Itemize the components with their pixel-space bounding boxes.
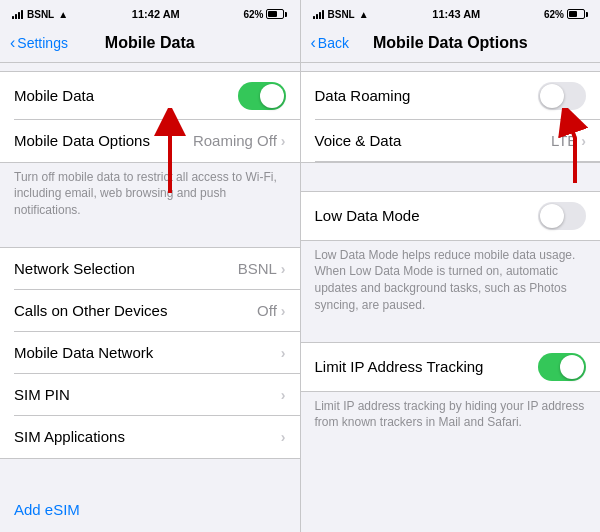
- mobile-data-toggle[interactable]: [238, 82, 286, 110]
- back-label-2: Back: [318, 35, 349, 51]
- sim-apps-label: SIM Applications: [14, 428, 281, 445]
- battery-pct-2: 62%: [544, 9, 564, 20]
- back-button-2[interactable]: ‹ Back: [311, 35, 349, 51]
- back-label-1: Settings: [17, 35, 68, 51]
- mobile-data-options-row[interactable]: Mobile Data Options Roaming Off ›: [0, 120, 300, 162]
- group-s2-2: Low Data Mode: [301, 191, 601, 241]
- network-selection-value: BSNL: [238, 260, 277, 277]
- add-esim-button[interactable]: Add eSIM: [0, 487, 300, 532]
- calls-other-devices-row[interactable]: Calls on Other Devices Off ›: [0, 290, 300, 332]
- back-button-1[interactable]: ‹ Settings: [10, 35, 68, 51]
- nav-title-1: Mobile Data: [105, 34, 195, 52]
- low-data-thumb: [540, 204, 564, 228]
- limit-ip-tracking-row[interactable]: Limit IP Address Tracking: [301, 343, 601, 391]
- group-s2-1: Data Roaming Voice & Data LTE ›: [301, 71, 601, 163]
- wifi-icon-2: ▲: [359, 9, 369, 20]
- network-selection-chevron: ›: [281, 261, 286, 277]
- network-selection-label: Network Selection: [14, 260, 238, 277]
- content-1: Mobile Data Mobile Data Options Roaming …: [0, 63, 300, 533]
- mobile-data-row[interactable]: Mobile Data: [0, 72, 300, 120]
- low-data-mode-row[interactable]: Low Data Mode: [301, 192, 601, 240]
- mobile-data-network-row[interactable]: Mobile Data Network ›: [0, 332, 300, 374]
- mobile-data-network-chevron: ›: [281, 345, 286, 361]
- sim-apps-chevron: ›: [281, 429, 286, 445]
- nav-bar-2: ‹ Back Mobile Data Options: [301, 26, 601, 62]
- signal-icon-1: [12, 9, 23, 19]
- battery-icon-2: [567, 9, 588, 19]
- screen1: BSNL ▲ 11:42 AM 62% ‹ Settings Mobile Da…: [0, 0, 300, 532]
- mobile-data-label: Mobile Data: [14, 87, 238, 104]
- data-roaming-row[interactable]: Data Roaming: [301, 72, 601, 120]
- sim-pin-label: SIM PIN: [14, 386, 281, 403]
- carrier-1: BSNL: [27, 9, 54, 20]
- voice-data-label: Voice & Data: [315, 132, 551, 149]
- status-bar-1: BSNL ▲ 11:42 AM 62%: [0, 0, 300, 26]
- limit-ip-description: Limit IP address tracking by hiding your…: [301, 392, 601, 432]
- sim-apps-row[interactable]: SIM Applications ›: [0, 416, 300, 458]
- content-2: Data Roaming Voice & Data LTE ›: [301, 63, 601, 533]
- data-roaming-toggle[interactable]: [538, 82, 586, 110]
- voice-data-row[interactable]: Voice & Data LTE ›: [301, 120, 601, 162]
- signal-icon-2: [313, 9, 324, 19]
- screen2: BSNL ▲ 11:43 AM 62% ‹ Back Mobile Data O…: [301, 0, 601, 532]
- mobile-data-options-value: Roaming Off: [193, 132, 277, 149]
- back-chevron-1: ‹: [10, 35, 15, 51]
- mobile-data-options-label: Mobile Data Options: [14, 132, 193, 149]
- low-data-mode-toggle[interactable]: [538, 202, 586, 230]
- data-roaming-label: Data Roaming: [315, 87, 539, 104]
- calls-other-devices-chevron: ›: [281, 303, 286, 319]
- limit-ip-tracking-label: Limit IP Address Tracking: [315, 358, 539, 375]
- group-s2-3: Limit IP Address Tracking: [301, 342, 601, 392]
- toggle-thumb: [260, 84, 284, 108]
- mobile-data-options-chevron: ›: [281, 133, 286, 149]
- time-2: 11:43 AM: [432, 8, 480, 20]
- nav-bar-1: ‹ Settings Mobile Data: [0, 26, 300, 62]
- low-data-mode-label: Low Data Mode: [315, 207, 539, 224]
- network-selection-row[interactable]: Network Selection BSNL ›: [0, 248, 300, 290]
- voice-data-chevron: ›: [581, 133, 586, 149]
- sim-pin-row[interactable]: SIM PIN ›: [0, 374, 300, 416]
- data-roaming-thumb: [540, 84, 564, 108]
- limit-ip-tracking-toggle[interactable]: [538, 353, 586, 381]
- group-1: Mobile Data Mobile Data Options Roaming …: [0, 71, 300, 163]
- status-bar-2: BSNL ▲ 11:43 AM 62%: [301, 0, 601, 26]
- back-chevron-2: ‹: [311, 35, 316, 51]
- status-left-2: BSNL ▲: [313, 9, 369, 20]
- status-right-2: 62%: [544, 9, 588, 20]
- voice-data-value: LTE: [551, 132, 577, 149]
- wifi-icon-1: ▲: [58, 9, 68, 20]
- group-2: Network Selection BSNL › Calls on Other …: [0, 247, 300, 459]
- battery-pct-1: 62%: [243, 9, 263, 20]
- mobile-data-description: Turn off mobile data to restrict all acc…: [0, 163, 300, 219]
- sim-pin-chevron: ›: [281, 387, 286, 403]
- low-data-description: Low Data Mode helps reduce mobile data u…: [301, 241, 601, 314]
- carrier-2: BSNL: [328, 9, 355, 20]
- calls-other-devices-label: Calls on Other Devices: [14, 302, 257, 319]
- limit-ip-thumb: [560, 355, 584, 379]
- status-left-1: BSNL ▲: [12, 9, 68, 20]
- battery-icon-1: [266, 9, 287, 19]
- nav-title-2: Mobile Data Options: [373, 34, 528, 52]
- calls-other-devices-value: Off: [257, 302, 277, 319]
- mobile-data-network-label: Mobile Data Network: [14, 344, 281, 361]
- status-right-1: 62%: [243, 9, 287, 20]
- time-1: 11:42 AM: [132, 8, 180, 20]
